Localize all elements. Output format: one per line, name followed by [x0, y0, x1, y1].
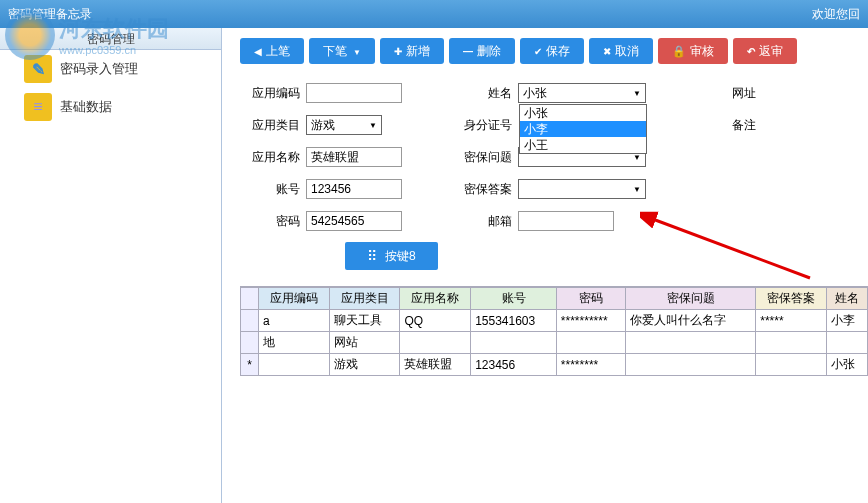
- table-cell[interactable]: 小张: [826, 354, 867, 376]
- cancel-button[interactable]: 取消: [589, 38, 653, 64]
- table-cell[interactable]: [400, 332, 471, 354]
- prev-button[interactable]: 上笔: [240, 38, 304, 64]
- col-header[interactable]: 账号: [471, 288, 557, 310]
- prev-icon: [254, 44, 262, 58]
- seca-select[interactable]: [518, 179, 646, 199]
- col-header[interactable]: 应用编码: [259, 288, 330, 310]
- row-marker: *: [241, 354, 259, 376]
- row-marker: [241, 310, 259, 332]
- key8-button[interactable]: 按键8: [345, 242, 438, 270]
- table-cell[interactable]: 123456: [471, 354, 557, 376]
- dropdown-option[interactable]: 小王: [520, 137, 646, 153]
- delete-button[interactable]: 删除: [449, 38, 515, 64]
- form: 应用编码 应用类目游戏 应用名称 账号 密码 姓名 小张 小张 小李: [240, 82, 868, 232]
- label-appname: 应用名称: [240, 149, 300, 166]
- edit-icon: [24, 55, 52, 83]
- table-cell[interactable]: 地: [259, 332, 330, 354]
- label-email: 邮箱: [452, 213, 512, 230]
- appcat-select[interactable]: 游戏: [306, 115, 382, 135]
- chevron-down-icon: [629, 180, 645, 198]
- x-icon: [603, 44, 611, 58]
- label-appcat: 应用类目: [240, 117, 300, 134]
- table-cell[interactable]: a: [259, 310, 330, 332]
- table-cell[interactable]: *****: [756, 310, 827, 332]
- sidebar-header: 密码管理: [0, 28, 221, 50]
- label-account: 账号: [240, 181, 300, 198]
- save-button[interactable]: 保存: [520, 38, 584, 64]
- appname-input[interactable]: [306, 147, 402, 167]
- table-row[interactable]: 地网站: [241, 332, 868, 354]
- table-cell[interactable]: [471, 332, 557, 354]
- col-header[interactable]: 应用类目: [329, 288, 400, 310]
- table-cell[interactable]: QQ: [400, 310, 471, 332]
- table-cell[interactable]: [826, 332, 867, 354]
- table-row[interactable]: a聊天工具QQ155341603**********你爱人叫什么名字*****小…: [241, 310, 868, 332]
- welcome-text: 欢迎您回: [812, 6, 868, 23]
- label-appcode: 应用编码: [240, 85, 300, 102]
- table-cell[interactable]: 英雄联盟: [400, 354, 471, 376]
- table-cell[interactable]: [756, 332, 827, 354]
- add-button[interactable]: 新增: [380, 38, 444, 64]
- account-input[interactable]: [306, 179, 402, 199]
- toolbar: 上笔 下笔 新增 删除 保存 取消 审核 返审: [240, 38, 868, 64]
- label-secq: 密保问题: [452, 149, 512, 166]
- col-header[interactable]: 应用名称: [400, 288, 471, 310]
- label-name: 姓名: [452, 85, 512, 102]
- table-header-row: 应用编码 应用类目 应用名称 账号 密码 密保问题 密保答案 姓名: [241, 288, 868, 310]
- table-cell[interactable]: **********: [556, 310, 625, 332]
- grid-icon: [367, 248, 377, 264]
- row-selector-header: [241, 288, 259, 310]
- table-cell[interactable]: [756, 354, 827, 376]
- plus-icon: [394, 44, 402, 58]
- table-cell[interactable]: ********: [556, 354, 625, 376]
- email-input[interactable]: [518, 211, 614, 231]
- appcode-input[interactable]: [306, 83, 402, 103]
- app-title: 密码管理备忘录: [8, 6, 92, 23]
- sidebar-item-input-mgmt[interactable]: 密码录入管理: [0, 50, 221, 88]
- audit-button[interactable]: 审核: [658, 38, 728, 64]
- table-row[interactable]: *游戏英雄联盟123456********小张: [241, 354, 868, 376]
- col-header[interactable]: 密保答案: [756, 288, 827, 310]
- minus-icon: [463, 44, 473, 58]
- table-cell[interactable]: [625, 354, 755, 376]
- password-input[interactable]: [306, 211, 402, 231]
- table-cell[interactable]: 小李: [826, 310, 867, 332]
- dropdown-option[interactable]: 小李: [520, 121, 646, 137]
- label-seca: 密保答案: [452, 181, 512, 198]
- table-cell[interactable]: 游戏: [329, 354, 400, 376]
- data-grid: 应用编码 应用类目 应用名称 账号 密码 密保问题 密保答案 姓名 a聊天工具Q…: [240, 286, 868, 376]
- label-website: 网址: [696, 85, 756, 102]
- sidebar-item-label: 基础数据: [60, 98, 112, 116]
- sidebar-item-base-data[interactable]: 基础数据: [0, 88, 221, 126]
- table-cell[interactable]: 155341603: [471, 310, 557, 332]
- sidebar-item-label: 密码录入管理: [60, 60, 138, 78]
- table-cell[interactable]: [625, 332, 755, 354]
- chevron-down-icon: [365, 116, 381, 134]
- table-cell[interactable]: 网站: [329, 332, 400, 354]
- table-cell[interactable]: 聊天工具: [329, 310, 400, 332]
- dropdown-option[interactable]: 小张: [520, 105, 646, 121]
- table-cell[interactable]: [556, 332, 625, 354]
- col-header[interactable]: 密保问题: [625, 288, 755, 310]
- check-icon: [534, 44, 542, 58]
- return-audit-button[interactable]: 返审: [733, 38, 797, 64]
- col-header[interactable]: 姓名: [826, 288, 867, 310]
- table-cell[interactable]: [259, 354, 330, 376]
- sidebar: 密码管理 密码录入管理 基础数据: [0, 28, 222, 503]
- chevron-down-icon: [629, 84, 645, 102]
- undo-icon: [747, 44, 755, 58]
- dropdown-icon: [351, 44, 361, 58]
- table-cell[interactable]: 你爱人叫什么名字: [625, 310, 755, 332]
- content: 上笔 下笔 新增 删除 保存 取消 审核 返审 应用编码 应用类目游戏 应用名称…: [222, 28, 868, 503]
- row-marker: [241, 332, 259, 354]
- label-remark: 备注: [696, 117, 756, 134]
- label-password: 密码: [240, 213, 300, 230]
- name-select[interactable]: 小张 小张 小李 小王: [518, 83, 646, 103]
- name-dropdown-list: 小张 小李 小王: [519, 104, 647, 154]
- next-button[interactable]: 下笔: [309, 38, 375, 64]
- col-header[interactable]: 密码: [556, 288, 625, 310]
- label-idcard: 身分证号: [452, 117, 512, 134]
- lock-icon: [672, 44, 686, 58]
- titlebar: 密码管理备忘录 欢迎您回: [0, 0, 868, 28]
- data-icon: [24, 93, 52, 121]
